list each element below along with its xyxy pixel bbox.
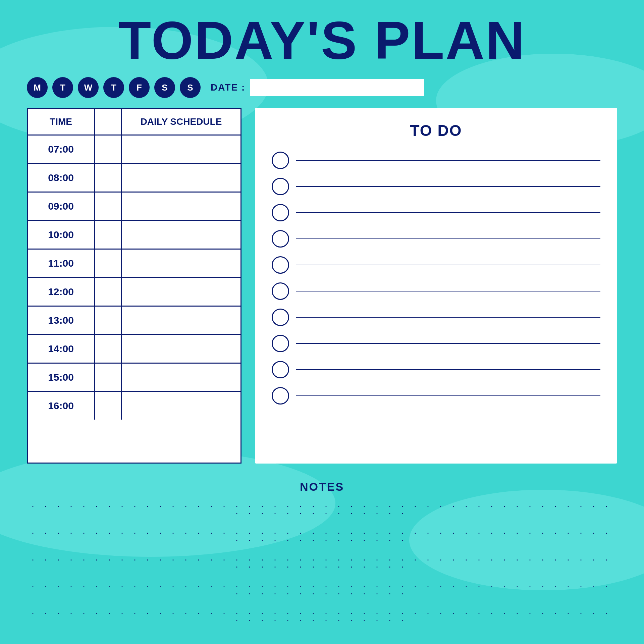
todo-item-10 [272, 387, 600, 405]
day-sunday[interactable]: S [180, 77, 201, 98]
table-row: 11:00 [28, 250, 240, 278]
day-saturday[interactable]: S [154, 77, 175, 98]
content-cell-6[interactable] [122, 307, 240, 334]
mid-cell-8 [95, 364, 122, 391]
notes-section: NOTES . . . . . . . . . . . . . . . . . … [27, 480, 617, 623]
time-header: TIME [28, 109, 95, 135]
table-row: 09:00 [28, 193, 240, 221]
content-cell-5[interactable] [122, 278, 240, 306]
page-title: TODAY'S PLAN [27, 13, 617, 67]
mid-cell-2 [95, 193, 122, 220]
todo-line-3 [296, 212, 600, 213]
todo-section: TO DO [255, 108, 617, 464]
todo-checkbox-7[interactable] [272, 309, 289, 326]
empty-header [95, 109, 122, 135]
day-selector-row: M T W T F S S DATE : [27, 77, 617, 98]
todo-title: TO DO [272, 121, 600, 140]
day-wednesday[interactable]: W [78, 77, 99, 98]
todo-line-6 [296, 291, 600, 291]
mid-cell-3 [95, 221, 122, 249]
day-friday[interactable]: F [129, 77, 150, 98]
mid-cell-1 [95, 164, 122, 192]
content-cell-8[interactable] [122, 364, 240, 391]
day-tuesday[interactable]: T [52, 77, 73, 98]
content-cell-4[interactable] [122, 250, 240, 277]
todo-item-5 [272, 256, 600, 274]
notes-dots-1: . . . . . . . . . . . . . . . . . . . . … [27, 501, 617, 516]
todo-line-8 [296, 343, 600, 344]
content-cell-9[interactable] [122, 392, 240, 420]
todo-line-4 [296, 238, 600, 239]
todo-checkbox-5[interactable] [272, 256, 289, 274]
todo-line-9 [296, 369, 600, 370]
notes-label: NOTES [27, 480, 617, 493]
schedule-header: TIME DAILY SCHEDULE [28, 109, 240, 136]
main-content-grid: TIME DAILY SCHEDULE 07:00 08:00 09:00 [27, 108, 617, 464]
date-input-field[interactable] [250, 79, 424, 96]
mid-cell-5 [95, 278, 122, 306]
todo-line-1 [296, 160, 600, 161]
table-row: 08:00 [28, 164, 240, 193]
content-cell-7[interactable] [122, 335, 240, 363]
todo-checkbox-1[interactable] [272, 152, 289, 169]
todo-checkbox-10[interactable] [272, 387, 289, 405]
todo-item-9 [272, 361, 600, 378]
day-monday[interactable]: M [27, 77, 48, 98]
todo-item-8 [272, 335, 600, 352]
date-label: DATE : [211, 82, 245, 93]
table-row: 14:00 [28, 335, 240, 364]
time-1000: 10:00 [28, 221, 95, 249]
todo-item-7 [272, 309, 600, 326]
time-1600: 16:00 [28, 392, 95, 420]
content-cell-2[interactable] [122, 193, 240, 220]
todo-line-2 [296, 186, 600, 187]
content-cell-1[interactable] [122, 164, 240, 192]
todo-line-10 [296, 395, 600, 396]
todo-item-6 [272, 282, 600, 300]
content-cell-0[interactable] [122, 136, 240, 163]
time-1400: 14:00 [28, 335, 95, 363]
table-row: 07:00 [28, 136, 240, 164]
notes-dots-4: . . . . . . . . . . . . . . . . . . . . … [27, 582, 617, 596]
todo-item-1 [272, 152, 600, 169]
todo-checkbox-6[interactable] [272, 282, 289, 300]
notes-dots-3: . . . . . . . . . . . . . . . . . . . . … [27, 555, 617, 569]
todo-item-3 [272, 204, 600, 221]
table-row: 16:00 [28, 392, 240, 420]
time-0700: 07:00 [28, 136, 95, 163]
schedule-section: TIME DAILY SCHEDULE 07:00 08:00 09:00 [27, 108, 241, 464]
todo-item-4 [272, 230, 600, 248]
todo-item-2 [272, 178, 600, 195]
table-row: 15:00 [28, 364, 240, 392]
todo-checkbox-8[interactable] [272, 335, 289, 352]
time-1100: 11:00 [28, 250, 95, 277]
mid-cell-7 [95, 335, 122, 363]
table-row: 12:00 [28, 278, 240, 307]
todo-line-7 [296, 317, 600, 318]
main-container: TODAY'S PLAN M T W T F S S DATE : TIME D… [27, 0, 617, 623]
time-1500: 15:00 [28, 364, 95, 391]
time-1300: 13:00 [28, 307, 95, 334]
time-1200: 12:00 [28, 278, 95, 306]
mid-cell-6 [95, 307, 122, 334]
day-thursday[interactable]: T [103, 77, 124, 98]
mid-cell-9 [95, 392, 122, 420]
todo-checkbox-3[interactable] [272, 204, 289, 221]
table-row: 10:00 [28, 221, 240, 250]
todo-checkbox-2[interactable] [272, 178, 289, 195]
notes-dots-2: . . . . . . . . . . . . . . . . . . . . … [27, 528, 617, 542]
notes-dots-5: . . . . . . . . . . . . . . . . . . . . … [27, 609, 617, 623]
mid-cell-0 [95, 136, 122, 163]
table-row: 13:00 [28, 307, 240, 335]
daily-schedule-header: DAILY SCHEDULE [122, 109, 240, 135]
todo-line-5 [296, 265, 600, 265]
time-0900: 09:00 [28, 193, 95, 220]
todo-checkbox-9[interactable] [272, 361, 289, 378]
time-0800: 08:00 [28, 164, 95, 192]
todo-checkbox-4[interactable] [272, 230, 289, 248]
content-cell-3[interactable] [122, 221, 240, 249]
mid-cell-4 [95, 250, 122, 277]
